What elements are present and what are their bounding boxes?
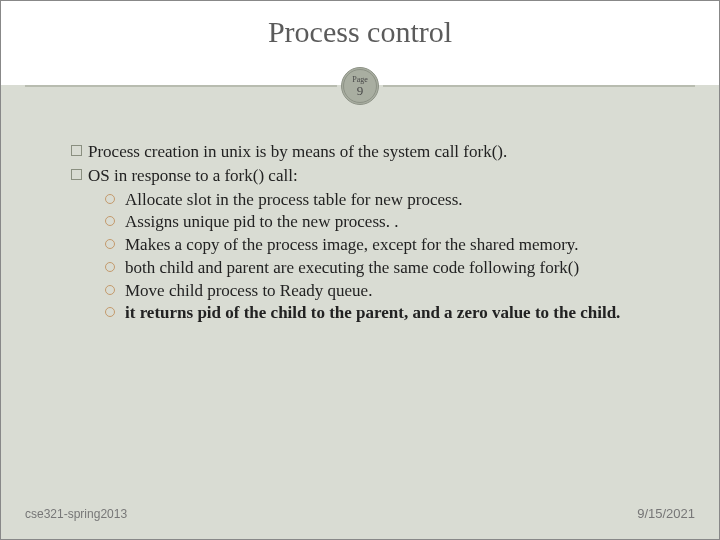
square-bullet-icon	[71, 169, 82, 180]
circle-bullet-icon	[105, 285, 115, 295]
sub-bullet-text: Assigns unique pid to the new process. .	[125, 211, 659, 233]
circle-bullet-icon	[105, 216, 115, 226]
sub-bullet-item: Move child process to Ready queue.	[105, 280, 659, 302]
page-number: 9	[357, 84, 364, 97]
square-bullet-icon	[71, 145, 82, 156]
page-badge: Page 9	[341, 67, 379, 105]
sub-bullet-text: Allocate slot in the process table for n…	[125, 189, 659, 211]
footer-left: cse321-spring2013	[25, 507, 127, 521]
content-body: Process creation in unix is by means of …	[71, 141, 659, 325]
sub-bullet-text: Move child process to Ready queue.	[125, 280, 659, 302]
sub-bullet-text: both child and parent are executing the …	[125, 257, 659, 279]
sub-bullet-item: Allocate slot in the process table for n…	[105, 189, 659, 211]
bullet-text: OS in response to a fork() call:	[88, 165, 298, 187]
slide: Process control Page 9 Process creation …	[0, 0, 720, 540]
sub-bullet-item: Assigns unique pid to the new process. .	[105, 211, 659, 233]
sub-bullet-text: Makes a copy of the process image, excep…	[125, 234, 659, 256]
sub-bullet-item: it returns pid of the child to the paren…	[105, 302, 659, 324]
bullet-text: Process creation in unix is by means of …	[88, 141, 507, 163]
sub-bullet-list: Allocate slot in the process table for n…	[105, 189, 659, 325]
footer-date: 9/15/2021	[637, 506, 695, 521]
slide-title: Process control	[1, 1, 719, 49]
rule-right	[383, 85, 695, 87]
sub-bullet-item: both child and parent are executing the …	[105, 257, 659, 279]
bullet-item: OS in response to a fork() call:	[71, 165, 659, 187]
circle-bullet-icon	[105, 194, 115, 204]
circle-bullet-icon	[105, 262, 115, 272]
rule-left	[25, 85, 337, 87]
bullet-item: Process creation in unix is by means of …	[71, 141, 659, 163]
sub-bullet-item: Makes a copy of the process image, excep…	[105, 234, 659, 256]
circle-bullet-icon	[105, 239, 115, 249]
circle-bullet-icon	[105, 307, 115, 317]
sub-bullet-text: it returns pid of the child to the paren…	[125, 302, 659, 324]
